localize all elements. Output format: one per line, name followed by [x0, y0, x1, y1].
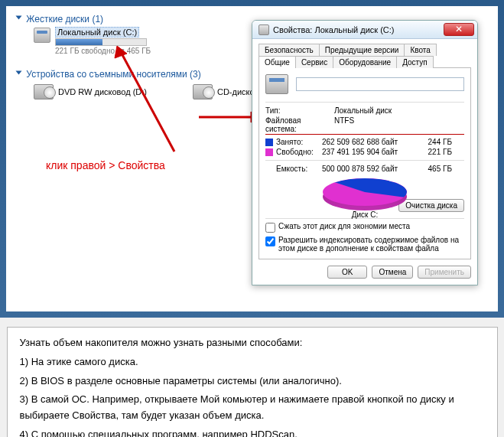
free-gb: 221 ГБ	[421, 148, 452, 156]
chevron-down-icon	[16, 71, 22, 75]
free-bytes: 237 491 195 904 байт	[322, 148, 421, 156]
svg-marker-1	[115, 46, 127, 58]
notes-item: 2) В BIOS в разделе основные параметры с…	[20, 373, 485, 390]
free-legend-icon	[265, 148, 273, 156]
chevron-down-icon	[16, 16, 22, 20]
annotation-text: клик правой > Свойства	[46, 159, 165, 171]
apply-button[interactable]: Применить	[418, 266, 471, 279]
annotation-arrow-icon	[197, 106, 259, 129]
index-checkbox[interactable]	[265, 236, 275, 246]
used-legend-icon	[265, 139, 273, 146]
filesystem-value: NTFS	[334, 116, 464, 133]
annotation-arrow-icon	[113, 44, 205, 159]
ok-button[interactable]: OK	[327, 266, 367, 279]
notes-intro: Узнать объем накопителя можно узнать раз…	[20, 335, 485, 351]
type-value: Локальный диск	[334, 106, 464, 115]
index-label: Разрешить индексировать содержимое файло…	[278, 236, 464, 253]
type-label: Тип:	[265, 106, 334, 115]
notes-panel: Узнать объем накопителя можно узнать раз…	[7, 327, 498, 437]
cancel-button[interactable]: Отмена	[372, 266, 413, 279]
tab-tools[interactable]: Сервис	[295, 56, 333, 68]
used-label: Занято:	[276, 138, 322, 146]
filesystem-label: Файловая система:	[265, 116, 334, 133]
tab-security[interactable]: Безопасность	[259, 44, 320, 56]
hdd-icon	[259, 24, 269, 35]
notes-item: 1) На этике самого диска.	[20, 354, 485, 370]
capacity-gb: 465 ГБ	[421, 165, 452, 173]
tab-general[interactable]: Общие	[259, 56, 296, 68]
tab-previous-versions[interactable]: Предыдущие версии	[319, 44, 405, 56]
tab-sharing[interactable]: Доступ	[396, 56, 434, 68]
notes-item: 3) В самой ОС. Например, открываете Мой …	[20, 392, 485, 424]
window-title: Свойства: Локальный диск (C:)	[273, 25, 444, 34]
svg-line-0	[121, 52, 174, 152]
compress-checkbox[interactable]	[265, 223, 275, 233]
hdd-icon	[34, 28, 50, 43]
tab-quota[interactable]: Квота	[404, 44, 436, 56]
titlebar[interactable]: Свойства: Локальный диск (C:) ✕	[252, 21, 477, 39]
drive-label: Локальный диск (C:)	[55, 27, 139, 38]
disc-icon	[34, 84, 54, 99]
properties-dialog: Свойства: Локальный диск (C:) ✕ Безопасн…	[252, 20, 478, 285]
capacity-label: Емкость:	[276, 165, 322, 173]
close-button[interactable]: ✕	[444, 23, 474, 36]
tab-hardware[interactable]: Оборудование	[333, 56, 397, 68]
volume-name-input[interactable]	[296, 77, 464, 91]
notes-item: 4) С помощью специальных программ, напри…	[20, 427, 485, 437]
free-label: Свободно:	[276, 148, 322, 156]
usage-pie-chart	[323, 178, 407, 209]
hdd-icon	[265, 74, 288, 94]
capacity-bytes: 500 000 878 592 байт	[322, 165, 421, 173]
used-bytes: 262 509 682 688 байт	[322, 138, 421, 146]
section-label: Жесткие диски (1)	[26, 14, 103, 24]
explorer-background: Жесткие диски (1) Локальный диск (C:) 22…	[6, 6, 498, 311]
used-gb: 244 ГБ	[421, 138, 452, 146]
compress-label: Сжать этот диск для экономии места	[278, 222, 410, 230]
